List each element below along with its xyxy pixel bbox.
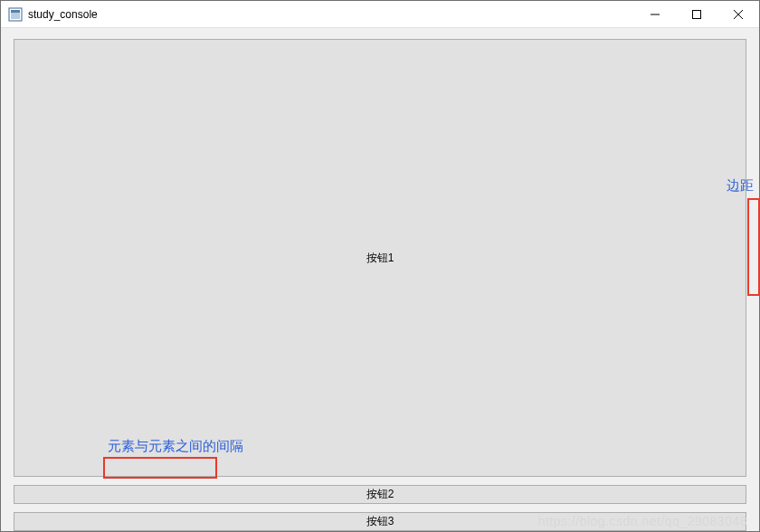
button-3[interactable]: 按钮3 bbox=[14, 512, 746, 531]
button-1[interactable]: 按钮1 bbox=[14, 39, 746, 477]
titlebar: study_console bbox=[1, 1, 759, 28]
titlebar-controls bbox=[634, 1, 759, 27]
client-area: 按钮1 按钮2 按钮3 边距 元素与元素之间的间隔 bbox=[1, 28, 759, 531]
minimize-button[interactable] bbox=[634, 1, 676, 27]
svg-rect-4 bbox=[693, 10, 701, 18]
window-title: study_console bbox=[28, 8, 98, 21]
app-icon bbox=[8, 7, 23, 22]
titlebar-left: study_console bbox=[8, 7, 98, 22]
window-frame: study_console 按钮1 按钮2 按钮3 边距 元素与元素之间的间隔 bbox=[0, 0, 760, 532]
svg-rect-2 bbox=[11, 10, 20, 13]
close-button[interactable] bbox=[717, 1, 759, 27]
margin-highlight-box bbox=[747, 198, 760, 296]
button-2[interactable]: 按钮2 bbox=[14, 485, 746, 504]
maximize-button[interactable] bbox=[676, 1, 717, 27]
